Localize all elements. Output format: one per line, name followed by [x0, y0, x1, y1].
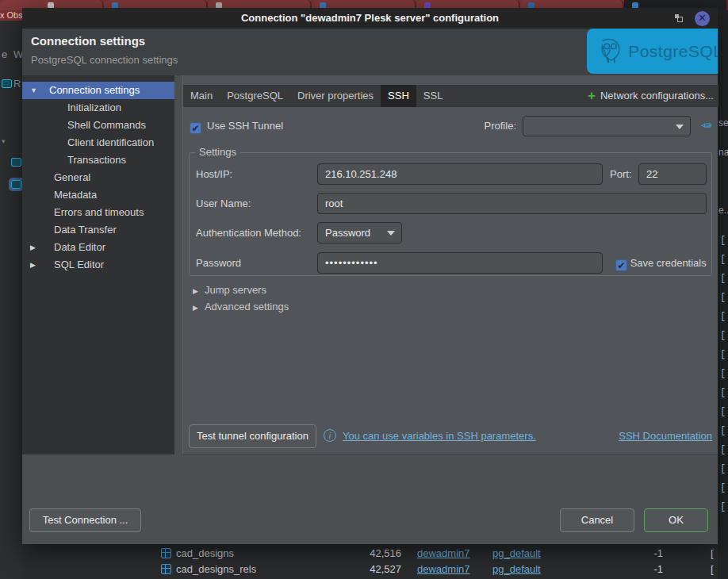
close-icon[interactable]: ✕: [695, 11, 710, 26]
table-row[interactable]: cad_designs_rels 42,527 dewadmin7 pg_def…: [155, 562, 718, 577]
restore-window-icon[interactable]: [675, 14, 683, 22]
sidebar-item-label: Errors and timeouts: [54, 204, 144, 221]
save-credentials-checkbox[interactable]: [615, 259, 627, 271]
chevron-icon[interactable]: ▾: [2, 137, 6, 145]
plus-icon: +: [588, 88, 596, 103]
auth-method-select[interactable]: Password: [317, 222, 402, 243]
chevron-right-icon[interactable]: ▶: [30, 256, 40, 274]
table-row[interactable]: cad_designs 42,516 dewadmin7 pg_default …: [155, 546, 718, 562]
settings-group: Settings Host/IP: Port: User Name: Authe…: [189, 152, 712, 276]
advanced-settings-label: Advanced settings: [205, 301, 289, 313]
cell-value: [: [711, 563, 714, 575]
profile-select[interactable]: [523, 116, 691, 136]
sidebar-item-initialization[interactable]: Initialization: [22, 99, 174, 117]
cancel-button[interactable]: Cancel: [560, 508, 634, 532]
chevron-right-icon: ▶: [193, 304, 198, 312]
edit-profiles-icon[interactable]: ✏: [701, 118, 711, 133]
dialog-footer: Test Connection ... Cancel OK: [22, 454, 718, 544]
table-name: cad_designs_rels: [176, 563, 256, 575]
jump-servers-expander[interactable]: ▶Jump servers: [193, 284, 266, 296]
tablespace-link[interactable]: pg_default: [492, 563, 541, 575]
username-input[interactable]: [317, 193, 707, 214]
postgresql-logo: PostgreSQL: [587, 29, 718, 74]
sidebar-item-label: SQL Editor: [54, 256, 104, 274]
bg-bracket-column: [ [ [ [ [ [ [ [ [ [ [ [ [ [ [: [720, 231, 726, 516]
host-input[interactable]: [317, 163, 603, 185]
sidebar-item-shell-commands[interactable]: Shell Commands: [22, 117, 174, 134]
network-configurations-button[interactable]: +Network configurations...: [588, 85, 714, 107]
ssh-documentation-link[interactable]: SSH Documentation: [619, 430, 712, 442]
sidebar-item-sql-editor[interactable]: ▶ SQL Editor: [22, 256, 174, 274]
dialog-titlebar[interactable]: Connection "dewadmin7 Plesk server" conf…: [22, 8, 718, 29]
sidebar-item-metadata[interactable]: Metadata: [22, 186, 174, 204]
sidebar-item-client-identification[interactable]: Client identification: [22, 134, 174, 151]
ssh-settings-pane: Main PostgreSQL Driver properties SSH SS…: [182, 75, 718, 454]
row-count: 42,516: [338, 547, 401, 559]
database-icon[interactable]: [11, 158, 21, 167]
refresh-icon[interactable]: [2, 79, 12, 88]
settings-tree: ▼ Connection settings Initialization She…: [22, 75, 174, 454]
test-tunnel-configuration-button[interactable]: Test tunnel configuration: [189, 424, 316, 448]
tab-main[interactable]: Main: [183, 85, 220, 107]
chevron-right-icon[interactable]: ▶: [30, 239, 40, 256]
sidebar-item-label: Connection settings: [49, 82, 140, 99]
tab-ssl[interactable]: SSL: [416, 85, 450, 107]
sidebar-item-label: Transactions: [67, 151, 126, 169]
bg-text-fragment: e: [2, 48, 7, 60]
sidebar-item-label: Data Transfer: [54, 221, 117, 239]
sidebar-item-data-transfer[interactable]: Data Transfer: [22, 221, 174, 239]
bg-text-fragment: e..: [718, 205, 728, 216]
profile-label: Profile:: [477, 116, 516, 136]
tab-ssh[interactable]: SSH: [381, 85, 416, 107]
network-configurations-label: Network configurations...: [600, 90, 714, 102]
dialog-body: ▼ Connection settings Initialization She…: [22, 75, 718, 454]
use-ssh-tunnel-row: Use SSH Tunnel Profile: ✏: [190, 116, 713, 136]
advanced-settings-expander[interactable]: ▶Advanced settings: [193, 301, 289, 313]
tab-postgresql[interactable]: PostgreSQL: [220, 85, 290, 107]
database-icon-selected[interactable]: [11, 180, 21, 189]
password-input[interactable]: [317, 252, 603, 274]
elephant-icon: [598, 37, 623, 66]
password-label: Password: [196, 252, 241, 274]
port-label: Port:: [610, 163, 631, 185]
chevron-down-icon[interactable]: ▼: [30, 82, 40, 99]
chevron-right-icon: ▶: [193, 287, 198, 295]
auth-method-label: Authentication Method:: [196, 222, 301, 243]
jump-servers-label: Jump servers: [205, 284, 266, 296]
sidebar-item-label: General: [54, 169, 90, 186]
cell-value: -1: [623, 563, 663, 575]
save-credentials-label: Save credentials: [630, 257, 707, 269]
test-connection-button[interactable]: Test Connection ...: [29, 508, 141, 532]
tab-driver-properties[interactable]: Driver properties: [290, 85, 381, 107]
owner-link[interactable]: dewadmin7: [417, 547, 470, 559]
sidebar-item-label: Shell Commands: [67, 117, 146, 134]
cell-value: [: [711, 547, 714, 559]
tablespace-link[interactable]: pg_default: [492, 547, 541, 559]
background-table: cad_designs 42,516 dewadmin7 pg_default …: [22, 544, 718, 579]
sidebar-item-general[interactable]: General: [22, 169, 174, 186]
use-ssh-tunnel-checkbox[interactable]: [190, 122, 201, 134]
dialog-title: Connection "dewadmin7 Plesk server" conf…: [241, 12, 499, 24]
username-label: User Name:: [196, 193, 251, 214]
sidebar-item-connection-settings[interactable]: ▼ Connection settings: [22, 82, 174, 99]
bg-text-fragment: na: [718, 147, 728, 158]
cell-value: -1: [623, 547, 663, 559]
background-right-panel: se na e.. [ [ [ [ [ [ [ [ [ [ [ [ [ [ [: [718, 10, 728, 579]
dialog-header: Connection settings PostgreSQL connectio…: [22, 29, 718, 75]
ok-button[interactable]: OK: [644, 508, 708, 532]
background-left-panel: x Obs e W R ▾: [0, 10, 22, 544]
sidebar-item-label: Metadata: [54, 186, 97, 204]
owner-link[interactable]: dewadmin7: [417, 563, 470, 575]
sidebar-item-transactions[interactable]: Transactions: [22, 151, 174, 169]
ssh-variables-link[interactable]: You can use variables in SSH parameters.: [343, 430, 536, 442]
sidebar-item-errors-and-timeouts[interactable]: Errors and timeouts: [22, 204, 174, 221]
save-credentials-row: Save credentials: [615, 252, 707, 274]
sidebar-item-data-editor[interactable]: ▶ Data Editor: [22, 239, 174, 256]
chevron-down-icon: [676, 125, 684, 129]
connection-configuration-dialog: Connection "dewadmin7 Plesk server" conf…: [22, 8, 718, 544]
host-label: Host/IP:: [196, 163, 232, 185]
use-ssh-tunnel-label: Use SSH Tunnel: [207, 120, 283, 132]
screen: x Obs e W R ▾ se na e.. [ [ [ [ [ [ [ [ …: [0, 0, 728, 579]
port-input[interactable]: [638, 163, 707, 185]
chevron-down-icon: [387, 231, 395, 236]
